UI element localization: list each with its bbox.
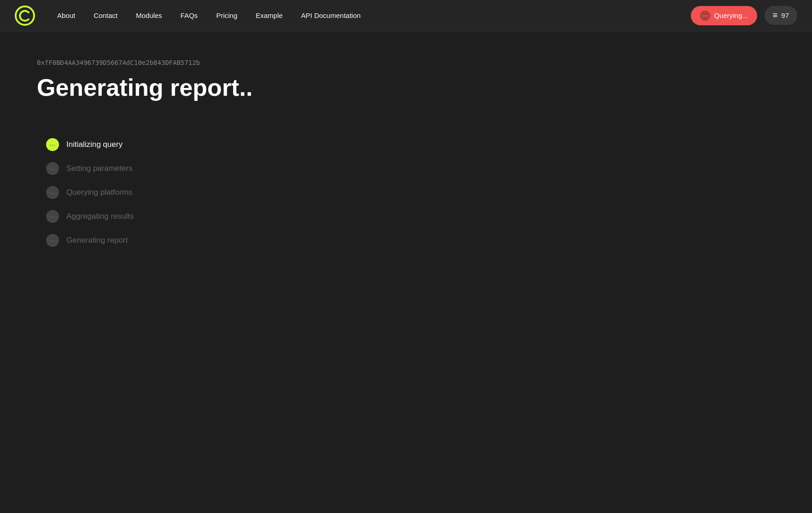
nav-item-contact[interactable]: Contact xyxy=(94,12,118,19)
credits-badge[interactable]: ≡ 97 xyxy=(765,6,797,25)
step-setting-parameters: ··· Setting parameters xyxy=(46,162,775,175)
steps-container: ··· Initializing query ··· Setting param… xyxy=(37,138,775,247)
step-icon-aggregating-results: ··· xyxy=(46,210,59,223)
step-initializing-query: ··· Initializing query xyxy=(46,138,775,151)
logo-container[interactable] xyxy=(15,6,35,26)
nav-item-faqs[interactable]: FAQs xyxy=(181,12,198,19)
wallet-address: 0xfF0BD4AA3496739D5667AdC10e2b843DFAB571… xyxy=(37,59,775,66)
nav-item-api-documentation[interactable]: API Documentation xyxy=(301,12,360,19)
step-querying-platforms: ··· Querying platforms xyxy=(46,186,775,199)
step-label-querying-platforms: Querying platforms xyxy=(66,188,133,197)
step-icon-setting-parameters: ··· xyxy=(46,162,59,175)
svg-point-0 xyxy=(16,6,34,25)
nav-item-pricing[interactable]: Pricing xyxy=(216,12,237,19)
step-icon-initializing-query: ··· xyxy=(46,138,59,151)
step-aggregating-results: ··· Aggregating results xyxy=(46,210,775,223)
main-content: 0xfF0BD4AA3496739D5667AdC10e2b843DFAB571… xyxy=(0,31,812,274)
credits-icon: ≡ xyxy=(773,11,778,20)
nav-item-modules[interactable]: Modules xyxy=(136,12,162,19)
logo-icon xyxy=(15,6,35,26)
step-label-aggregating-results: Aggregating results xyxy=(66,212,134,221)
querying-button-label: Querying... xyxy=(714,12,747,19)
credits-count: 97 xyxy=(781,12,789,19)
querying-dots-icon: ··· xyxy=(700,11,710,21)
step-label-setting-parameters: Setting parameters xyxy=(66,164,133,173)
generating-title: Generating report.. xyxy=(37,74,775,101)
nav-item-about[interactable]: About xyxy=(57,12,75,19)
step-generating-report: ··· Generating report xyxy=(46,234,775,247)
nav-right: ··· Querying... ≡ 97 xyxy=(691,6,797,25)
navbar: About Contact Modules FAQs Pricing Examp… xyxy=(0,0,812,31)
querying-button[interactable]: ··· Querying... xyxy=(691,6,757,25)
nav-item-example[interactable]: Example xyxy=(256,12,282,19)
step-icon-generating-report: ··· xyxy=(46,234,59,247)
nav-links: About Contact Modules FAQs Pricing Examp… xyxy=(57,12,691,19)
step-label-initializing-query: Initializing query xyxy=(66,140,123,149)
step-label-generating-report: Generating report xyxy=(66,236,128,245)
step-icon-querying-platforms: ··· xyxy=(46,186,59,199)
